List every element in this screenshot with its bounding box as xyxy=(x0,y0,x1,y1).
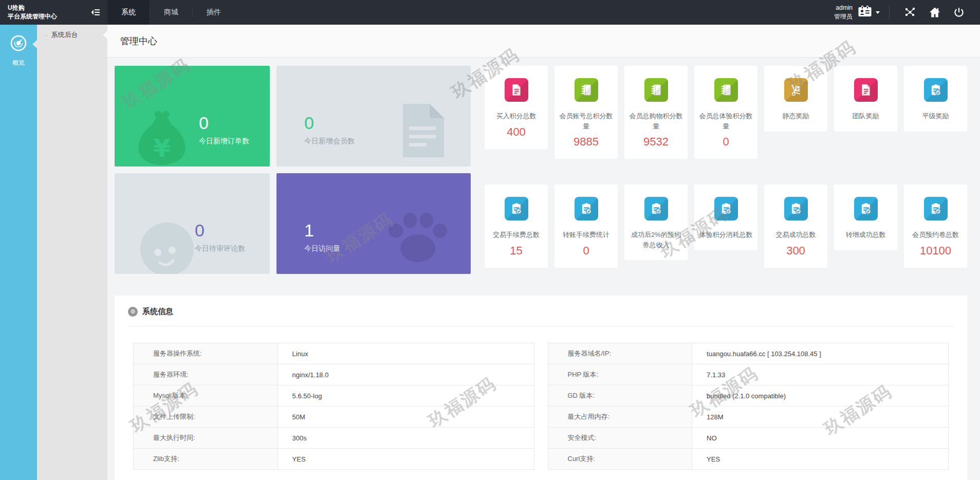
stat-card-trade-success-total: 交易成功总数 300 xyxy=(764,184,827,268)
pink-document-icon xyxy=(854,78,878,102)
table-row: 服务器操作系统:Linux xyxy=(134,343,534,364)
sidebar: 概览 xyxy=(0,25,37,480)
sidebar-active-notch xyxy=(32,40,37,48)
green-notebook-icon xyxy=(575,78,598,102)
sidebar-item-overview[interactable]: 概览 xyxy=(0,25,37,67)
table-row: 安全模式:NO xyxy=(548,428,949,449)
stat-card-account-total-points: 会员账号总积分数量 9885 xyxy=(554,66,618,159)
stat-value: 1 xyxy=(304,221,340,239)
green-notebook-icon xyxy=(644,78,668,102)
stat-card-new-orders: ¥ 0 今日新增订单数 xyxy=(115,66,270,167)
stat-card-shopping-points: 会员总购物积分数量 9532 xyxy=(624,66,688,159)
stat-value: 0 xyxy=(304,114,355,132)
stat-value: 0 xyxy=(199,114,249,132)
main-content: 管理中心 ¥ 0 今日新增订单数 xyxy=(107,25,980,480)
blue-clipboard-icon xyxy=(714,197,738,220)
table-row: GD 版本:bundled (2.1.0 compatible) xyxy=(548,385,949,407)
stat-label: 今日新增订单数 xyxy=(199,137,249,146)
stat-label: 今日访问量 xyxy=(304,244,340,253)
table-row: 最大执行时间:300s xyxy=(134,428,534,449)
sidebar-item-label: 概览 xyxy=(0,59,37,67)
home-icon[interactable] xyxy=(922,6,947,19)
blue-clipboard-icon xyxy=(505,197,528,220)
stat-card-exp-points-consumed: 体验积分消耗总数 xyxy=(694,184,757,250)
table-row: Curl支持:YES xyxy=(548,449,949,470)
stat-label: 今日待审评论数 xyxy=(195,244,245,253)
system-info-panel: ⚙ 系统信息 服务器操作系统:Linux 服务器环境:nginx/1.18.0 … xyxy=(115,296,967,480)
blue-clipboard-icon xyxy=(644,197,668,220)
topbar-divider xyxy=(889,5,890,20)
stat-value: 0 xyxy=(195,221,245,239)
stat-label: 今日新增会员数 xyxy=(304,137,355,146)
stat-card-peer-reward: 平级奖励 xyxy=(904,66,967,132)
chevron-down-icon xyxy=(876,11,880,14)
title-bar: 管理中心 xyxy=(107,25,980,58)
stat-card-static-reward: 静态奖励 xyxy=(764,66,827,132)
sidebar-toggle-icon[interactable] xyxy=(90,8,100,17)
stat-card-coupon-income: 成功后2%的预约券总收入 xyxy=(624,184,688,260)
user-menu-button[interactable] xyxy=(858,5,880,20)
money-bag-icon: ¥ xyxy=(133,106,191,167)
table-row: Zlib支持:YES xyxy=(134,449,534,470)
table-row: 最大占用内存:128M xyxy=(548,407,949,428)
stat-card-pending-comments: 0 今日待审评论数 xyxy=(115,173,270,274)
logo-line1: U抢购 xyxy=(8,4,57,12)
table-row: 服务器环境:nginx/1.18.0 xyxy=(134,364,534,385)
yellow-trolley-icon xyxy=(784,78,808,102)
table-row: Mysql 版本:5.6.50-log xyxy=(134,385,534,407)
table-row: 服务器域名/IP:tuangou.huafa66.cc [ 103.254.10… xyxy=(548,343,949,364)
stat-card-buy-points: 买入积分总数 400 xyxy=(485,66,548,149)
gear-icon: ⚙ xyxy=(128,307,138,317)
blue-clipboard-icon xyxy=(575,197,598,220)
stat-card-gift-success-total: 转增成功总数 xyxy=(834,184,897,250)
system-info-table-right: 服务器域名/IP:tuangou.huafa66.cc [ 103.254.10… xyxy=(548,343,949,470)
svg-text:¥: ¥ xyxy=(153,134,171,163)
pink-document-icon xyxy=(505,78,528,102)
logo-line2: 平台系统管理中心 xyxy=(8,12,57,21)
table-row: PHP 版本:7.1.33 xyxy=(548,364,949,385)
blue-clipboard-icon xyxy=(924,78,948,102)
blue-clipboard-icon xyxy=(784,197,808,220)
user-name: admin xyxy=(834,4,853,12)
paw-icon xyxy=(384,208,450,268)
big-stat-cards: ¥ 0 今日新增订单数 xyxy=(115,66,471,274)
submenu-item-label: 系统后台 xyxy=(51,30,78,40)
stat-card-experience-points: 会员总体验积分数量 0 xyxy=(694,66,757,159)
nav-item-system[interactable]: 系统 xyxy=(107,0,150,25)
user-role: 管理员 xyxy=(834,12,853,21)
small-stat-cards: 买入积分总数 400 会员账号总积分数量 9885 xyxy=(485,66,967,274)
nav-item-mall[interactable]: 商城 xyxy=(150,0,192,25)
id-card-icon xyxy=(858,5,872,20)
smiley-icon xyxy=(137,219,197,274)
stat-card-trade-fee-total: 交易手续费总数 15 xyxy=(485,184,548,268)
table-row: 文件上传限制:50M xyxy=(134,407,534,428)
green-notebook-icon xyxy=(714,78,738,102)
system-info-table-left: 服务器操作系统:Linux 服务器环境:nginx/1.18.0 Mysql 版… xyxy=(133,343,534,470)
document-icon xyxy=(399,104,448,159)
panel-divider xyxy=(128,326,954,326)
topbar: U抢购 平台系统管理中心 系统 商城 插件 admin 管理员 xyxy=(0,0,980,25)
main-nav: 系统 商城 插件 xyxy=(107,0,235,25)
submenu-item-system-backend[interactable]: · 系统后台 xyxy=(37,25,107,45)
submenu-active-notch xyxy=(103,31,107,39)
page-title: 管理中心 xyxy=(120,35,157,47)
system-info-title: 系统信息 xyxy=(142,307,173,317)
logo: U抢购 平台系统管理中心 xyxy=(0,0,107,25)
blue-clipboard-icon xyxy=(854,197,878,220)
stat-card-visits: 1 今日访问量 xyxy=(276,173,471,274)
submenu-panel: · 系统后台 xyxy=(37,25,107,480)
stat-card-team-reward: 团队奖励 xyxy=(834,66,897,132)
nav-item-plugin[interactable]: 插件 xyxy=(193,0,235,25)
blue-clipboard-icon xyxy=(924,197,948,220)
power-icon[interactable] xyxy=(947,7,971,18)
clear-cache-icon[interactable] xyxy=(898,6,922,19)
gauge-icon xyxy=(9,45,28,54)
stat-card-reservation-coupons: 会员预约卷总数 10100 xyxy=(904,184,967,268)
stat-card-transfer-fee: 转账手续费统计 0 xyxy=(554,184,618,268)
stat-card-new-members: 0 今日新增会员数 xyxy=(276,66,471,167)
